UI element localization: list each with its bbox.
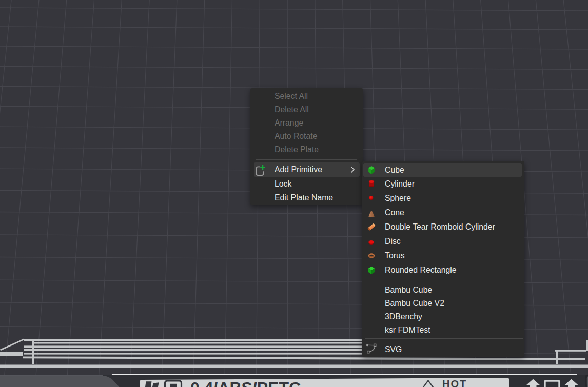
- svg-text:0.4/ABS/PETG: 0.4/ABS/PETG: [190, 379, 302, 387]
- svg-text:HOT: HOT: [442, 378, 467, 387]
